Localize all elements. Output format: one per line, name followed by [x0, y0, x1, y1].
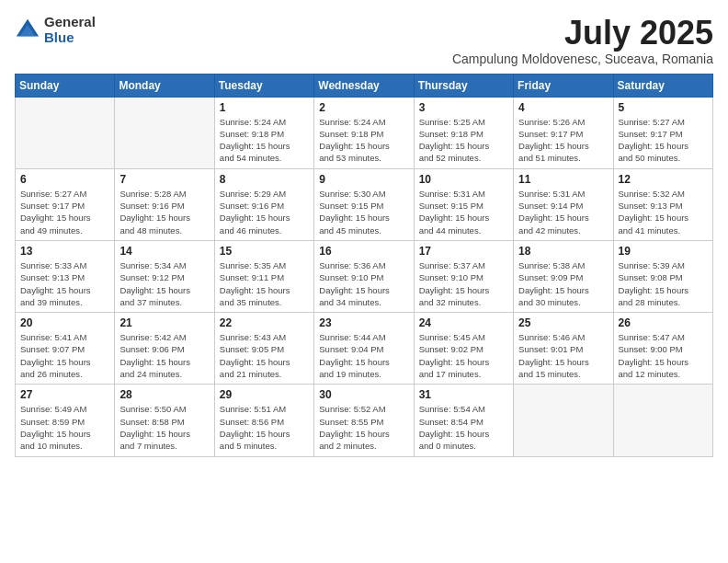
day-number: 25 — [518, 316, 608, 329]
weekday-header: Wednesday — [314, 74, 414, 97]
day-info: Sunrise: 5:24 AM Sunset: 9:18 PM Dayligh… — [220, 116, 309, 165]
day-number: 23 — [319, 316, 408, 329]
day-number: 12 — [619, 173, 708, 186]
day-number: 9 — [319, 173, 408, 186]
calendar-week-row: 6Sunrise: 5:27 AM Sunset: 9:17 PM Daylig… — [16, 168, 713, 240]
day-info: Sunrise: 5:54 AM Sunset: 8:54 PM Dayligh… — [419, 403, 508, 452]
day-info: Sunrise: 5:27 AM Sunset: 9:17 PM Dayligh… — [619, 116, 708, 165]
day-number: 17 — [419, 245, 508, 258]
day-info: Sunrise: 5:42 AM Sunset: 9:06 PM Dayligh… — [119, 331, 209, 380]
day-info: Sunrise: 5:26 AM Sunset: 9:17 PM Dayligh… — [518, 116, 608, 165]
calendar-day-cell: 30Sunrise: 5:52 AM Sunset: 8:55 PM Dayli… — [314, 385, 414, 456]
calendar-day-cell: 8Sunrise: 5:29 AM Sunset: 9:16 PM Daylig… — [214, 168, 313, 240]
day-number: 28 — [119, 388, 209, 401]
day-info: Sunrise: 5:47 AM Sunset: 9:00 PM Dayligh… — [619, 331, 708, 380]
day-number: 16 — [319, 245, 408, 258]
day-info: Sunrise: 5:28 AM Sunset: 9:16 PM Dayligh… — [119, 188, 209, 236]
page-header: General Blue July 2025 Campulung Moldove… — [15, 15, 713, 66]
day-number: 4 — [518, 101, 608, 114]
calendar-day-cell: 15Sunrise: 5:35 AM Sunset: 9:11 PM Dayli… — [214, 240, 313, 312]
day-info: Sunrise: 5:44 AM Sunset: 9:04 PM Dayligh… — [319, 331, 408, 380]
day-info: Sunrise: 5:30 AM Sunset: 9:15 PM Dayligh… — [319, 188, 408, 236]
calendar-day-cell: 10Sunrise: 5:31 AM Sunset: 9:15 PM Dayli… — [414, 168, 513, 240]
day-info: Sunrise: 5:52 AM Sunset: 8:55 PM Dayligh… — [319, 403, 408, 452]
calendar-day-cell — [16, 97, 115, 168]
calendar-day-cell: 21Sunrise: 5:42 AM Sunset: 9:06 PM Dayli… — [115, 313, 214, 385]
day-number: 14 — [119, 245, 209, 258]
day-number: 19 — [619, 245, 708, 258]
day-number: 2 — [319, 101, 408, 114]
day-number: 11 — [518, 173, 608, 186]
calendar-day-cell: 29Sunrise: 5:51 AM Sunset: 8:56 PM Dayli… — [214, 385, 313, 456]
month-title: July 2025 — [452, 15, 713, 52]
calendar-day-cell: 16Sunrise: 5:36 AM Sunset: 9:10 PM Dayli… — [314, 240, 414, 312]
weekday-header: Sunday — [16, 74, 115, 97]
logo-text: General Blue — [44, 15, 96, 45]
day-number: 15 — [220, 245, 309, 258]
logo-general-label: General — [44, 15, 96, 30]
day-number: 8 — [220, 173, 309, 186]
calendar-day-cell — [514, 385, 613, 456]
calendar-day-cell: 12Sunrise: 5:32 AM Sunset: 9:13 PM Dayli… — [613, 168, 712, 240]
day-number: 7 — [119, 173, 209, 186]
day-info: Sunrise: 5:33 AM Sunset: 9:13 PM Dayligh… — [20, 259, 109, 308]
title-block: July 2025 Campulung Moldovenesc, Suceava… — [452, 15, 713, 66]
weekday-header: Thursday — [414, 74, 513, 97]
day-info: Sunrise: 5:45 AM Sunset: 9:02 PM Dayligh… — [419, 331, 508, 380]
day-number: 13 — [20, 245, 109, 258]
day-info: Sunrise: 5:37 AM Sunset: 9:10 PM Dayligh… — [419, 259, 508, 308]
day-info: Sunrise: 5:31 AM Sunset: 9:15 PM Dayligh… — [419, 188, 508, 236]
day-info: Sunrise: 5:41 AM Sunset: 9:07 PM Dayligh… — [20, 331, 109, 380]
calendar-table: SundayMondayTuesdayWednesdayThursdayFrid… — [15, 74, 713, 457]
calendar-day-cell: 25Sunrise: 5:46 AM Sunset: 9:01 PM Dayli… — [514, 313, 613, 385]
calendar-day-cell: 9Sunrise: 5:30 AM Sunset: 9:15 PM Daylig… — [314, 168, 414, 240]
calendar-day-cell: 5Sunrise: 5:27 AM Sunset: 9:17 PM Daylig… — [613, 97, 712, 168]
calendar-day-cell — [613, 385, 712, 456]
day-number: 10 — [419, 173, 508, 186]
day-number: 26 — [619, 316, 708, 329]
day-info: Sunrise: 5:32 AM Sunset: 9:13 PM Dayligh… — [619, 188, 708, 236]
day-info: Sunrise: 5:35 AM Sunset: 9:11 PM Dayligh… — [220, 259, 309, 308]
day-number: 22 — [220, 316, 309, 329]
calendar-day-cell: 28Sunrise: 5:50 AM Sunset: 8:58 PM Dayli… — [115, 385, 214, 456]
day-number: 6 — [20, 173, 109, 186]
weekday-header: Tuesday — [214, 74, 313, 97]
day-info: Sunrise: 5:24 AM Sunset: 9:18 PM Dayligh… — [319, 116, 408, 165]
calendar-day-cell: 26Sunrise: 5:47 AM Sunset: 9:00 PM Dayli… — [613, 313, 712, 385]
calendar-day-cell: 31Sunrise: 5:54 AM Sunset: 8:54 PM Dayli… — [414, 385, 513, 456]
day-number: 20 — [20, 316, 109, 329]
day-number: 1 — [220, 101, 309, 114]
calendar-week-row: 27Sunrise: 5:49 AM Sunset: 8:59 PM Dayli… — [16, 385, 713, 456]
weekday-header: Monday — [115, 74, 214, 97]
calendar-day-cell: 6Sunrise: 5:27 AM Sunset: 9:17 PM Daylig… — [16, 168, 115, 240]
calendar-day-cell: 19Sunrise: 5:39 AM Sunset: 9:08 PM Dayli… — [613, 240, 712, 312]
day-number: 27 — [20, 388, 109, 401]
calendar-day-cell: 3Sunrise: 5:25 AM Sunset: 9:18 PM Daylig… — [414, 97, 513, 168]
day-number: 18 — [518, 245, 608, 258]
calendar-day-cell: 20Sunrise: 5:41 AM Sunset: 9:07 PM Dayli… — [16, 313, 115, 385]
logo-blue-label: Blue — [44, 30, 96, 46]
calendar-week-row: 1Sunrise: 5:24 AM Sunset: 9:18 PM Daylig… — [16, 97, 713, 168]
weekday-header: Saturday — [613, 74, 712, 97]
weekday-header: Friday — [514, 74, 613, 97]
day-info: Sunrise: 5:38 AM Sunset: 9:09 PM Dayligh… — [518, 259, 608, 308]
day-info: Sunrise: 5:43 AM Sunset: 9:05 PM Dayligh… — [220, 331, 309, 380]
calendar-day-cell: 18Sunrise: 5:38 AM Sunset: 9:09 PM Dayli… — [514, 240, 613, 312]
day-info: Sunrise: 5:31 AM Sunset: 9:14 PM Dayligh… — [518, 188, 608, 236]
day-number: 30 — [319, 388, 408, 401]
calendar-week-row: 13Sunrise: 5:33 AM Sunset: 9:13 PM Dayli… — [16, 240, 713, 312]
calendar-day-cell: 27Sunrise: 5:49 AM Sunset: 8:59 PM Dayli… — [16, 385, 115, 456]
calendar-header-row: SundayMondayTuesdayWednesdayThursdayFrid… — [16, 74, 713, 97]
day-info: Sunrise: 5:49 AM Sunset: 8:59 PM Dayligh… — [20, 403, 109, 452]
day-info: Sunrise: 5:25 AM Sunset: 9:18 PM Dayligh… — [419, 116, 508, 165]
calendar-day-cell: 1Sunrise: 5:24 AM Sunset: 9:18 PM Daylig… — [214, 97, 313, 168]
calendar-week-row: 20Sunrise: 5:41 AM Sunset: 9:07 PM Dayli… — [16, 313, 713, 385]
calendar-day-cell: 17Sunrise: 5:37 AM Sunset: 9:10 PM Dayli… — [414, 240, 513, 312]
calendar-day-cell: 4Sunrise: 5:26 AM Sunset: 9:17 PM Daylig… — [514, 97, 613, 168]
day-number: 3 — [419, 101, 508, 114]
day-info: Sunrise: 5:39 AM Sunset: 9:08 PM Dayligh… — [619, 259, 708, 308]
calendar-day-cell — [115, 97, 214, 168]
logo: General Blue — [15, 15, 96, 45]
day-number: 21 — [119, 316, 209, 329]
calendar-day-cell: 24Sunrise: 5:45 AM Sunset: 9:02 PM Dayli… — [414, 313, 513, 385]
